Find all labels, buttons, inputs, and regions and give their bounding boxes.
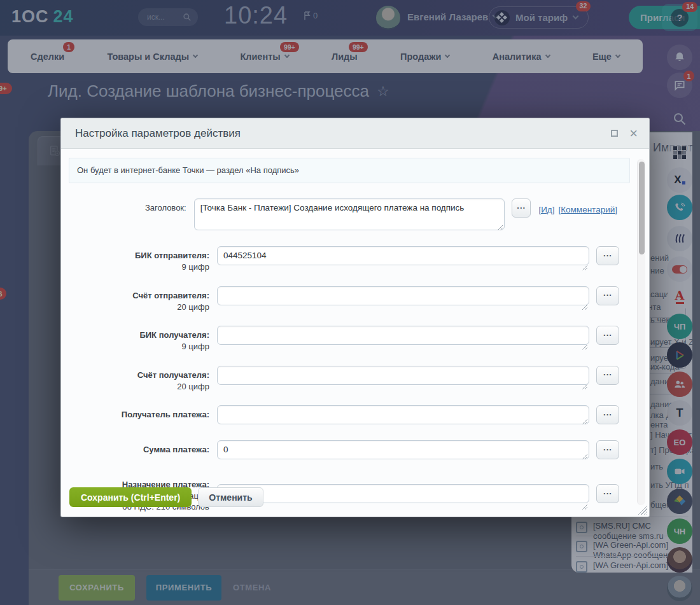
scrollbar-thumb[interactable] <box>639 162 645 254</box>
field-label: Счёт отправителя:20 цифр <box>69 286 217 313</box>
dialog-buttons: Сохранить (Ctrl+Enter) Отменить <box>69 487 263 507</box>
field-input-wrap: 044525104 <box>217 246 589 273</box>
dialog-header: Настройка параметров действия × <box>61 118 649 149</box>
field-input[interactable] <box>217 484 589 503</box>
modal-field-row: Счёт отправителя:20 цифр... <box>69 286 621 313</box>
field-input-wrap <box>217 286 589 313</box>
field-sublabel: 9 цифр <box>69 342 209 352</box>
dialog-form: Заголовок:[Точка Банк - Платежи] Создани… <box>69 198 621 525</box>
field-more-button[interactable]: ... <box>596 484 619 503</box>
field-label: Получатель платежа: <box>69 405 217 427</box>
field-input[interactable]: 0 <box>217 440 589 459</box>
action-settings-dialog: Настройка параметров действия × Он будет… <box>60 118 650 517</box>
field-input-wrap <box>217 405 589 427</box>
field-more-button[interactable]: ... <box>512 198 531 218</box>
field-input-wrap <box>217 366 589 393</box>
field-sublabel: 9 цифр <box>69 262 209 272</box>
field-label-text: БИК отправителя: <box>69 251 209 261</box>
field-more-button[interactable]: ... <box>596 246 619 265</box>
field-input[interactable]: 044525104 <box>217 246 589 265</box>
field-label-text: Заголовок: <box>69 203 186 213</box>
field-input-wrap <box>217 326 589 352</box>
id-link[interactable]: [Ид] <box>538 205 554 214</box>
dialog-save-button[interactable]: Сохранить (Ctrl+Enter) <box>69 487 192 507</box>
modal-field-row: Заголовок:[Точка Банк - Платежи] Создани… <box>69 198 621 233</box>
field-more-button[interactable]: ... <box>596 366 619 385</box>
app-stage: 1ОС24 иск... 10:24 0 Евгений Лазарев Мой… <box>0 0 700 605</box>
field-label: Сумма платежа: <box>69 440 217 462</box>
modal-field-row: Сумма платежа:0... <box>69 440 621 462</box>
modal-field-row: БИК получателя:9 цифр... <box>69 326 621 352</box>
dialog-title: Настройка параметров действия <box>75 127 611 140</box>
dialog-note: Он будет в интернет-банке Точки — раздел… <box>69 158 630 183</box>
field-more-button[interactable]: ... <box>596 326 619 345</box>
maximize-icon[interactable] <box>611 130 618 137</box>
field-input-wrap: [Точка Банк - Платежи] Создание исходяще… <box>194 198 505 233</box>
field-label: Счёт получателя:20 цифр <box>69 366 217 393</box>
field-input[interactable] <box>217 326 589 345</box>
field-label: БИК отправителя:9 цифр <box>69 246 217 273</box>
field-label: Заголовок: <box>69 198 194 233</box>
dialog-cancel-button[interactable]: Отменить <box>198 487 263 507</box>
field-input-wrap <box>217 484 589 512</box>
field-input[interactable]: [Точка Банк - Платежи] Создание исходяще… <box>194 198 505 230</box>
field-more-button[interactable]: ... <box>596 440 619 459</box>
field-input-wrap: 0 <box>217 440 589 462</box>
field-input[interactable] <box>217 286 589 305</box>
modal-field-row: БИК отправителя:9 цифр044525104... <box>69 246 621 273</box>
field-label-text: Счёт отправителя: <box>69 291 209 301</box>
field-label-text: Счёт получателя: <box>69 370 209 380</box>
close-icon[interactable]: × <box>629 127 638 141</box>
field-label-text: БИК получателя: <box>69 330 209 340</box>
field-sublabel: 20 цифр <box>69 302 209 312</box>
field-links: [Ид][Комментарий] <box>538 198 621 233</box>
modal-field-row: Счёт получателя:20 цифр... <box>69 366 621 393</box>
field-label-text: Получатель платежа: <box>69 410 209 420</box>
field-sublabel: 20 цифр <box>69 382 209 392</box>
resize-grip-icon <box>581 503 587 510</box>
dialog-resize-grip-icon[interactable] <box>638 505 647 515</box>
field-label: БИК получателя:9 цифр <box>69 326 217 352</box>
field-input[interactable] <box>217 405 589 424</box>
field-label-text: Сумма платежа: <box>69 445 209 455</box>
field-more-button[interactable]: ... <box>596 405 619 424</box>
modal-field-row: Получатель платежа:... <box>69 405 621 427</box>
field-input[interactable] <box>217 366 589 385</box>
comment-link[interactable]: [Комментарий] <box>558 205 617 214</box>
dialog-scrollbar[interactable] <box>637 159 645 505</box>
field-more-button[interactable]: ... <box>596 286 619 305</box>
